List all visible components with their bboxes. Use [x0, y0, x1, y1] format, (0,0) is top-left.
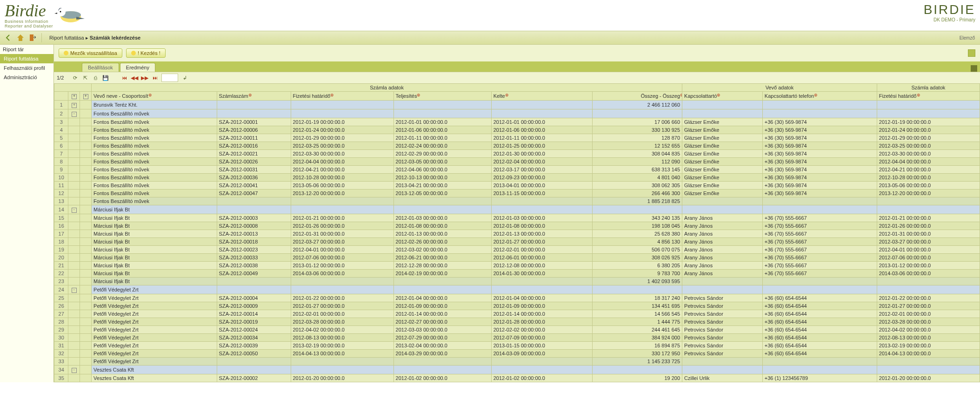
collapse-panel-button[interactable]	[971, 65, 977, 72]
table-row[interactable]: 28Petőfi Védegylet ZrtSZA-2012-000192012…	[54, 318, 980, 326]
cell-issued: 2013-11-15 00:00:00.0	[491, 190, 592, 197]
exit-icon[interactable]	[28, 34, 37, 42]
sidebar-item-run-report[interactable]: Riport futtatása	[0, 54, 53, 63]
table-row[interactable]: 1+Brunsvik Teréz Kht.2 466 112 060	[54, 101, 980, 109]
home-icon[interactable]	[16, 34, 25, 42]
sidebar-item-user-profile[interactable]: Felhasználói profil	[0, 63, 53, 73]
expand-toggle[interactable]: -	[68, 366, 80, 374]
table-row[interactable]: 23Márciusi Ifjak Bt1 402 093 595	[54, 278, 980, 285]
print-icon[interactable]: ⎙	[92, 74, 99, 81]
cell-fulfillment: 2012-02-29 00:00:00.0	[393, 150, 491, 158]
expand-toggle[interactable]: +	[68, 101, 80, 109]
cell-sum: 638 313 145	[592, 166, 682, 174]
cell-fulfillment: 2013-04-21 00:00:00.0	[393, 182, 491, 190]
table-row[interactable]: 7Fontos Beszállító művekSZA-2012-0002120…	[54, 150, 980, 158]
sidebar-title[interactable]: Riport tár	[0, 45, 53, 54]
table-row[interactable]: 5Fontos Beszállító művekSZA-2012-0001120…	[54, 134, 980, 142]
table-row[interactable]: 35Vesztes Csata KftSZA-2012-000022012-01…	[54, 374, 980, 382]
table-row[interactable]: 33Petőfi Védegylet Zrt1 145 233 725	[54, 358, 980, 366]
cell-fulfillment: 2012-07-29 00:00:00.0	[393, 334, 491, 342]
table-row[interactable]: 31Petőfi Védegylet ZrtSZA-2012-000392013…	[54, 342, 980, 350]
table-row[interactable]: 11Fontos Beszállító művekSZA-2012-000412…	[54, 182, 980, 190]
first-page-icon[interactable]: ⏮	[120, 74, 128, 81]
save-icon[interactable]: 💾	[102, 74, 109, 81]
row-number: 2	[54, 109, 68, 118]
table-row[interactable]: 9Fontos Beszállító művekSZA-2012-0003120…	[54, 166, 980, 174]
cell-due: 2012-01-31 00:00:00.0	[291, 230, 393, 238]
cell-due2: 2012-01-22 00:00:00.0	[877, 294, 980, 302]
next-page-icon[interactable]: ▶▶	[141, 74, 148, 81]
cell-due2: 2012-10-28 00:00:00.0	[877, 174, 980, 182]
page-input[interactable]	[161, 74, 178, 82]
cell-contact: Arany János	[682, 262, 763, 270]
cell-fulfillment: 2012-01-01 00:00:00.0	[393, 118, 491, 126]
row-number: 18	[54, 238, 68, 246]
table-row[interactable]: 29Petőfi Védegylet ZrtSZA-2012-000242012…	[54, 326, 980, 334]
cell-due2: 2012-02-01 00:00:00.0	[877, 310, 980, 318]
cell-contact: Petrovics Sándor	[682, 342, 763, 350]
refresh-icon[interactable]: ⟳	[71, 74, 79, 81]
table-row[interactable]: 22Márciusi Ifjak BtSZA-2012-000492014-03…	[54, 270, 980, 278]
table-row[interactable]: 21Márciusi Ifjak BtSZA-2012-000382013-01…	[54, 262, 980, 270]
expand-toggle[interactable]: -	[68, 285, 80, 294]
expand-toggle[interactable]: -	[68, 205, 80, 214]
table-row[interactable]: 10Fontos Beszállító művekSZA-2012-000362…	[54, 174, 980, 182]
breadcrumb: Riport futtatása ▸ Számlák lekérdezése	[45, 35, 140, 41]
reset-fields-button[interactable]: Mezők visszaállítása	[59, 48, 122, 58]
expand-all-level1-icon[interactable]: +	[68, 92, 80, 101]
table-row[interactable]: 34-Vesztes Csata Kft	[54, 366, 980, 374]
table-row[interactable]: 25Petőfi Védegylet ZrtSZA-2012-000042012…	[54, 294, 980, 302]
tab-result[interactable]: Eredmény	[120, 63, 155, 72]
goto-page-icon[interactable]: ↲	[181, 74, 188, 81]
prev-page-icon[interactable]: ◀◀	[131, 74, 138, 81]
expand-toggle[interactable]: -	[68, 109, 80, 118]
col-invoice-number[interactable]: Számlaszám ⊗	[217, 92, 291, 101]
col-due-date[interactable]: Fizetési határidő ⊗	[291, 92, 393, 101]
table-row[interactable]: 3Fontos Beszállító művekSZA-2012-0000120…	[54, 118, 980, 126]
breadcrumb-part1[interactable]: Riport futtatása	[49, 35, 84, 41]
col-amount[interactable]: Összeg - Összeg ⊗	[592, 92, 682, 101]
cell-due: 2012-07-06 00:00:00.0	[291, 254, 393, 262]
sidebar-item-admin[interactable]: Adminisztráció	[0, 73, 53, 82]
col-issued[interactable]: Kelte ⊗	[491, 92, 592, 101]
table-row[interactable]: 14-Márciusi Ifjak Bt	[54, 205, 980, 214]
table-row[interactable]: 24-Petőfi Védegylet Zrt	[54, 285, 980, 294]
col-contact[interactable]: Kapcsolattartó ⊗	[682, 92, 763, 101]
col-customer-name[interactable]: Vevő neve - Csoportosít ⊗	[92, 92, 217, 101]
last-page-icon[interactable]: ⏭	[151, 74, 159, 81]
table-row[interactable]: 18Márciusi Ifjak BtSZA-2012-000182012-03…	[54, 238, 980, 246]
export-icon[interactable]: ⇱	[81, 74, 89, 81]
cell-fulfillment: 2012-01-02 00:00:00.0	[393, 374, 491, 382]
cell-sum: 9 783 700	[592, 270, 682, 278]
table-row[interactable]: 16Márciusi Ifjak BtSZA-2012-000082012-01…	[54, 222, 980, 230]
col-due-date2[interactable]: Fizetési határidő ⊗	[877, 92, 980, 101]
cell-contact: Arany János	[682, 254, 763, 262]
table-row[interactable]: 4Fontos Beszállító művekSZA-2012-0000620…	[54, 126, 980, 134]
cell-sum: 198 108 045	[592, 222, 682, 230]
svg-rect-4	[30, 34, 33, 41]
table-row[interactable]: 17Márciusi Ifjak BtSZA-2012-000132012-01…	[54, 230, 980, 238]
table-row[interactable]: 30Petőfi Védegylet ZrtSZA-2012-000342012…	[54, 334, 980, 342]
table-row[interactable]: 27Petőfi Védegylet ZrtSZA-2012-000142012…	[54, 310, 980, 318]
table-row[interactable]: 19Márciusi Ifjak BtSZA-2012-000232012-04…	[54, 246, 980, 254]
col-contact-phone[interactable]: Kapcsolattartó telefon ⊗	[762, 92, 877, 101]
table-row[interactable]: 26Petőfi Védegylet ZrtSZA-2012-000092012…	[54, 302, 980, 310]
col-fulfillment[interactable]: Teljesítés ⊗	[393, 92, 491, 101]
back-icon[interactable]	[4, 34, 13, 42]
table-row[interactable]: 15Márciusi Ifjak BtSZA-2012-000032012-01…	[54, 214, 980, 222]
start-button[interactable]: ! Kezdés !	[126, 48, 166, 58]
cell-fulfillment: 2012-04-06 00:00:00.0	[393, 166, 491, 174]
table-row[interactable]: 32Petőfi Védegylet ZrtSZA-2012-000502014…	[54, 350, 980, 358]
table-row[interactable]: 2-Fontos Beszállító művek	[54, 109, 980, 118]
table-row[interactable]: 13Fontos Beszállító művek1 885 218 825	[54, 197, 980, 205]
cell-invoice: SZA-2012-00047	[217, 190, 291, 197]
separator	[41, 33, 42, 42]
table-row[interactable]: 6Fontos Beszállító művekSZA-2012-0001620…	[54, 142, 980, 150]
table-row[interactable]: 12Fontos Beszállító művekSZA-2012-000472…	[54, 190, 980, 197]
grid-wrapper[interactable]: Számla adatok Vevő adatok Számla adatok …	[54, 83, 980, 382]
expand-all-level2-icon[interactable]: +	[80, 92, 92, 101]
collapse-all-button[interactable]	[968, 49, 975, 57]
table-row[interactable]: 20Márciusi Ifjak BtSZA-2012-000332012-07…	[54, 254, 980, 262]
tab-settings[interactable]: Beállítások	[82, 63, 119, 72]
table-row[interactable]: 8Fontos Beszállító művekSZA-2012-0002620…	[54, 158, 980, 166]
